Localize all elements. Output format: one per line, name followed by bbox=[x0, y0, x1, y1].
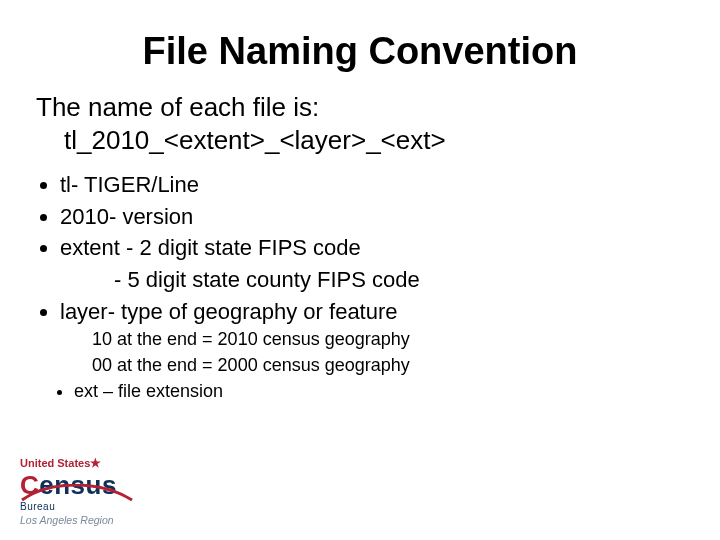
bullet-extent-sub: - 5 digit state county FIPS code bbox=[114, 265, 688, 295]
bullet-list-2: layer- type of geography or feature bbox=[60, 297, 688, 327]
logo-united-states: United States bbox=[20, 457, 90, 469]
logo-top-line: United States★ bbox=[20, 456, 180, 470]
logo-region: Los Angeles Region bbox=[20, 514, 180, 526]
layer-note-2: 00 at the end = 2000 census geography bbox=[92, 354, 688, 377]
logo-word-c: C bbox=[20, 470, 39, 500]
bullet-version: 2010- version bbox=[60, 202, 688, 232]
logo-word-rest: ensus bbox=[39, 470, 117, 500]
slide: File Naming Convention The name of each … bbox=[0, 0, 720, 540]
bullet-list: tl- TIGER/Line 2010- version extent - 2 … bbox=[60, 170, 688, 263]
slide-title: File Naming Convention bbox=[32, 30, 688, 73]
lead-line-2: tl_2010_<extent>_<layer>_<ext> bbox=[64, 124, 684, 157]
bullet-tl: tl- TIGER/Line bbox=[60, 170, 688, 200]
logo-word: Census bbox=[20, 470, 117, 501]
logo-bureau: Bureau bbox=[20, 501, 180, 512]
bullet-list-3: ext – file extension bbox=[74, 381, 688, 402]
bullet-ext: ext – file extension bbox=[74, 381, 688, 402]
lead-line-1: The name of each file is: bbox=[36, 92, 319, 122]
lead-text: The name of each file is: tl_2010_<exten… bbox=[36, 91, 684, 156]
layer-note-1: 10 at the end = 2010 census geography bbox=[92, 328, 688, 351]
bullet-extent: extent - 2 digit state FIPS code bbox=[60, 233, 688, 263]
bullet-layer: layer- type of geography or feature bbox=[60, 297, 688, 327]
star-icon: ★ bbox=[90, 456, 101, 470]
census-logo: United States★ Census Bureau Los Angeles… bbox=[20, 456, 180, 526]
logo-main-line: Census bbox=[20, 470, 180, 501]
